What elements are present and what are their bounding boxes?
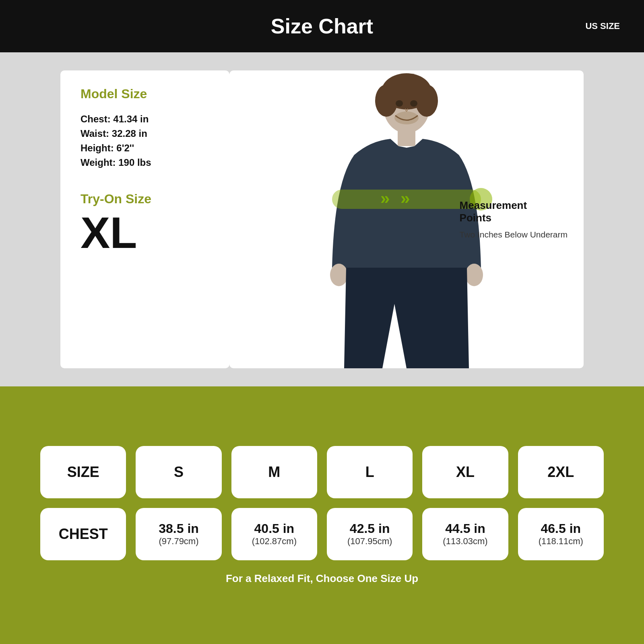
- size-label-cell: SIZE: [40, 446, 126, 498]
- bottom-section: SIZE S M L XL 2XL CHEST 38.5 i: [0, 386, 644, 644]
- chest-row: CHEST 38.5 in (97.79cm) 40.5 in (102.87c…: [40, 508, 604, 560]
- try-on-size: XL: [80, 211, 209, 255]
- footer-note: For a Relaxed Fit, Choose One Size Up: [226, 572, 418, 585]
- page-title: Size Chart: [271, 14, 373, 38]
- model-chest: Chest: 41.34 in: [80, 114, 209, 125]
- chest-label-cell: CHEST: [40, 508, 126, 560]
- size-l-cell: L: [327, 446, 413, 498]
- chest-2xl-cell: 46.5 in (118.11cm): [518, 508, 604, 560]
- svg-point-6: [375, 85, 398, 117]
- header: Size Chart US SIZE: [0, 0, 644, 52]
- svg-rect-2: [398, 130, 415, 146]
- size-2xl-cell: 2XL: [518, 446, 604, 498]
- chest-m-cell: 40.5 in (102.87cm): [231, 508, 317, 560]
- svg-text:»: »: [400, 189, 410, 208]
- us-size-label: US SIZE: [585, 21, 620, 31]
- photo-section: » » MeasurementPoints Two Inches Below U…: [229, 70, 584, 368]
- svg-point-3: [330, 264, 348, 286]
- model-weight: Weight: 190 lbs: [80, 157, 209, 168]
- size-header-row: SIZE S M L XL 2XL: [40, 446, 604, 498]
- chest-s-cell: 38.5 in (97.79cm): [136, 508, 221, 560]
- size-xl-cell: XL: [422, 446, 508, 498]
- chest-xl-cell: 44.5 in (113.03cm): [422, 508, 508, 560]
- model-info-card: Model Size Chest: 41.34 in Waist: 32.28 …: [60, 70, 229, 368]
- measurement-desc: Two Inches Below Underarm: [460, 230, 568, 239]
- size-s-cell: S: [136, 446, 221, 498]
- svg-point-8: [396, 100, 403, 107]
- svg-point-4: [465, 264, 483, 286]
- svg-point-9: [410, 100, 417, 107]
- svg-point-7: [415, 85, 438, 117]
- measurement-title: MeasurementPoints: [460, 199, 568, 224]
- size-table: SIZE S M L XL 2XL CHEST 38.5 i: [40, 446, 604, 560]
- svg-text:»: »: [380, 189, 390, 208]
- model-waist: Waist: 32.28 in: [80, 128, 209, 139]
- top-section: Model Size Chest: 41.34 in Waist: 32.28 …: [0, 52, 644, 386]
- chest-l-cell: 42.5 in (107.95cm): [327, 508, 413, 560]
- measurement-info: MeasurementPoints Two Inches Below Under…: [460, 199, 568, 239]
- size-m-cell: M: [231, 446, 317, 498]
- try-on-label: Try-On Size: [80, 192, 209, 206]
- model-height: Height: 6'2'': [80, 142, 209, 154]
- model-size-label: Model Size: [80, 87, 209, 101]
